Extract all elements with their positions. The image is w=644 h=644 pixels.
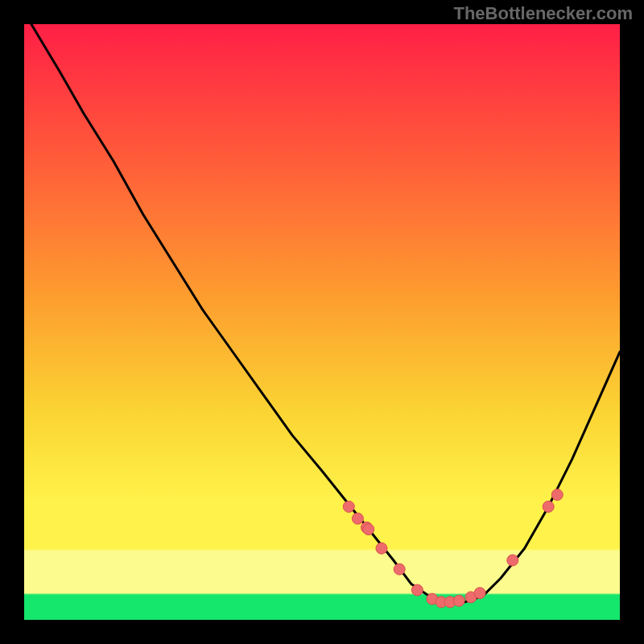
data-point: [343, 501, 354, 512]
data-point: [453, 595, 464, 606]
data-point: [543, 501, 554, 512]
data-point: [394, 564, 405, 575]
data-point: [363, 524, 374, 535]
svg-rect-0: [24, 24, 620, 620]
attribution-label: TheBottlenecker.com: [453, 3, 633, 24]
data-point: [507, 555, 518, 566]
data-point: [352, 513, 363, 524]
chart-svg: [24, 24, 620, 620]
data-point: [411, 584, 423, 596]
chart-container: TheBottlenecker.com: [0, 0, 644, 644]
plot-area: [24, 24, 620, 620]
data-point: [376, 543, 387, 554]
data-point: [551, 489, 563, 501]
data-point: [474, 588, 485, 599]
